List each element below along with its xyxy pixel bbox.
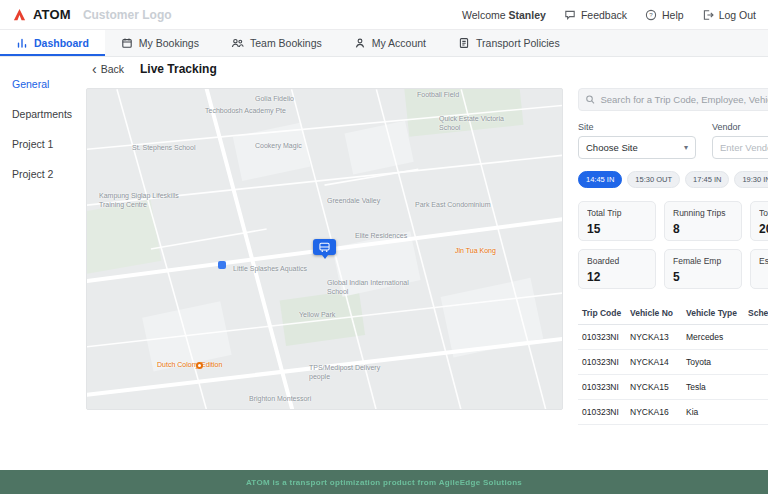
table-row[interactable]: 010323NI NYCKA15 Tesla: [578, 374, 768, 399]
sidebar-item-project-2[interactable]: Project 2: [0, 159, 85, 189]
back-chevron-icon: ‹: [92, 64, 97, 74]
document-icon: [458, 37, 470, 49]
pill-1930-in[interactable]: 19:30 IN: [734, 171, 768, 188]
footer: ATOM is a transport optimization product…: [0, 470, 768, 494]
col-trip-code: Trip Code: [578, 303, 626, 324]
calendar-icon: [121, 37, 133, 49]
bus-icon: [317, 242, 332, 253]
dashboard-icon: [16, 37, 28, 49]
welcome-text: Welcome Stanley: [462, 9, 546, 21]
sidebar-item-project-1[interactable]: Project 1: [0, 129, 85, 159]
pill-1530-out[interactable]: 15:30 OUT: [627, 171, 680, 188]
feedback-icon: [564, 9, 576, 21]
trips-table: Trip Code Vehicle No Vehicle Type Schedu…: [578, 303, 768, 425]
top-bar: ATOM Customer Logo Welcome Stanley Feedb…: [0, 0, 768, 30]
col-schedule: Schedule: [744, 303, 768, 324]
app-window: ATOM Customer Logo Welcome Stanley Feedb…: [0, 0, 768, 494]
feedback-button[interactable]: Feedback: [564, 9, 627, 21]
brand-area: ATOM Customer Logo: [12, 7, 172, 22]
poi-marker-orange[interactable]: [196, 362, 203, 369]
page-title: Live Tracking: [140, 62, 217, 76]
vendor-field: Vendor: [712, 122, 768, 159]
page-header: ‹ Back Live Tracking: [92, 62, 217, 76]
footer-text: ATOM is a transport optimization product…: [246, 478, 522, 487]
site-label: Site: [578, 122, 696, 132]
table-header-row: Trip Code Vehicle No Vehicle Type Schedu…: [578, 303, 768, 324]
search-icon: [585, 94, 595, 105]
logout-button[interactable]: Log Out: [702, 9, 756, 21]
vendor-label: Vendor: [712, 122, 768, 132]
svg-text:?: ?: [649, 11, 653, 18]
stat-boarded: Boarded 12: [578, 249, 656, 289]
sidebar-item-general[interactable]: General: [0, 69, 85, 99]
filters-row: Site Choose Site ▾ Vendor: [578, 122, 768, 159]
sidebar-item-departments[interactable]: Departments: [0, 99, 85, 129]
stat-total-trip: Total Trip 15: [578, 201, 656, 241]
site-select[interactable]: Choose Site ▾: [578, 136, 696, 159]
tab-my-account[interactable]: My Account: [338, 30, 442, 56]
chevron-down-icon: ▾: [684, 143, 688, 152]
pill-1745-in[interactable]: 17:45 IN: [685, 171, 729, 188]
stat-female-emp: Female Emp 5: [664, 249, 742, 289]
main-nav: Dashboard My Bookings Team Bookings My A…: [0, 30, 768, 57]
top-bar-actions: Welcome Stanley Feedback ? Help Log Out: [462, 9, 756, 21]
stats-grid: Total Trip 15 Running Trips 8 Total 20 B…: [578, 201, 768, 289]
user-name: Stanley: [509, 9, 546, 21]
tab-dashboard[interactable]: Dashboard: [0, 30, 105, 56]
vehicle-bus-marker[interactable]: [313, 239, 336, 255]
atom-logo-icon: [12, 7, 27, 22]
site-field: Site Choose Site ▾: [578, 122, 696, 159]
time-filter-pills: 14:45 IN 15:30 OUT 17:45 IN 19:30 IN: [578, 171, 768, 188]
table-row[interactable]: 010323NI NYCKA13 Mercedes: [578, 324, 768, 349]
vendor-input[interactable]: [712, 136, 768, 159]
tab-transport-policies[interactable]: Transport Policies: [442, 30, 576, 56]
live-tracking-panel: Site Choose Site ▾ Vendor 14:45 IN 15:30…: [578, 88, 768, 438]
table-row[interactable]: 010323NI NYCKA14 Toyota: [578, 349, 768, 374]
team-icon: [231, 37, 244, 49]
live-tracking-map[interactable]: Football FieldGolia FidelioTechbodosh Ac…: [86, 88, 563, 410]
app-name: ATOM: [33, 7, 71, 22]
help-icon: ?: [645, 9, 657, 21]
help-button[interactable]: ? Help: [645, 9, 684, 21]
customer-logo: Customer Logo: [83, 8, 172, 22]
stat-total: Total 20: [750, 201, 768, 241]
stat-escort: Escort: [750, 249, 768, 289]
poi-marker-blue[interactable]: [218, 261, 226, 269]
logout-icon: [702, 9, 714, 21]
col-vehicle-type: Vehicle Type: [682, 303, 744, 324]
back-button[interactable]: ‹ Back: [92, 63, 124, 75]
trip-search: [578, 88, 768, 111]
sidebar: General Departments Project 1 Project 2: [0, 57, 85, 470]
tab-team-bookings[interactable]: Team Bookings: [215, 30, 338, 56]
table-row[interactable]: 010323NI NYCKA16 Kia: [578, 399, 768, 424]
search-input[interactable]: [600, 94, 768, 105]
col-vehicle-no: Vehicle No: [626, 303, 682, 324]
stat-running-trips: Running Trips 8: [664, 201, 742, 241]
person-icon: [354, 37, 366, 49]
tab-my-bookings[interactable]: My Bookings: [105, 30, 215, 56]
pill-1445-in[interactable]: 14:45 IN: [578, 171, 622, 188]
welcome-prefix: Welcome: [462, 9, 506, 21]
